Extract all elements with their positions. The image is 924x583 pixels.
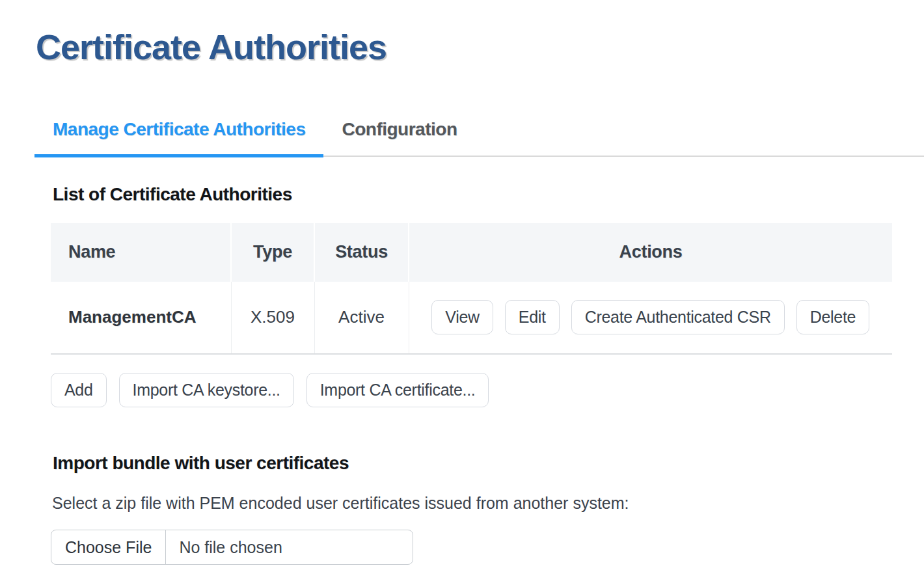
import-bundle-heading: Import bundle with user certificates bbox=[53, 453, 924, 474]
file-chosen-status: No file chosen bbox=[166, 530, 282, 564]
ca-list-toolbar: Add Import CA keystore... Import CA cert… bbox=[51, 373, 924, 407]
ca-name-cell: ManagementCA bbox=[51, 282, 231, 354]
ca-actions-cell: View Edit Create Authenticated CSR Delet… bbox=[409, 282, 892, 354]
column-header-type: Type bbox=[231, 223, 314, 282]
view-button[interactable]: View bbox=[431, 300, 493, 334]
create-authenticated-csr-button[interactable]: Create Authenticated CSR bbox=[571, 300, 785, 334]
ca-actions-group: View Edit Create Authenticated CSR Delet… bbox=[409, 300, 893, 334]
tab-manage-certificate-authorities[interactable]: Manage Certificate Authorities bbox=[34, 105, 323, 157]
tab-configuration[interactable]: Configuration bbox=[323, 105, 475, 157]
table-row: ManagementCA X.509 Active View Edit Crea… bbox=[51, 282, 892, 354]
import-ca-keystore-button[interactable]: Import CA keystore... bbox=[119, 373, 294, 407]
column-header-actions: Actions bbox=[409, 223, 892, 282]
ca-status-cell: Active bbox=[314, 282, 409, 354]
add-button[interactable]: Add bbox=[51, 373, 107, 407]
import-ca-certificate-button[interactable]: Import CA certificate... bbox=[306, 373, 489, 407]
tab-bar: Manage Certificate Authorities Configura… bbox=[34, 105, 924, 157]
choose-file-button[interactable]: Choose File bbox=[51, 530, 166, 564]
ca-list-heading: List of Certificate Authorities bbox=[53, 184, 924, 205]
column-header-status: Status bbox=[314, 223, 409, 282]
ca-table-header-row: Name Type Status Actions bbox=[51, 223, 892, 282]
certificate-authorities-page: Certificate Authorities Manage Certifica… bbox=[0, 26, 924, 565]
edit-button[interactable]: Edit bbox=[505, 300, 560, 334]
file-input[interactable]: Choose File No file chosen bbox=[51, 530, 413, 565]
ca-type-cell: X.509 bbox=[231, 282, 314, 354]
column-header-name: Name bbox=[51, 223, 231, 282]
delete-button[interactable]: Delete bbox=[796, 300, 869, 334]
page-title: Certificate Authorities bbox=[36, 26, 924, 68]
import-bundle-description: Select a zip file with PEM encoded user … bbox=[52, 493, 924, 513]
ca-table: Name Type Status Actions ManagementCA X.… bbox=[51, 223, 892, 355]
